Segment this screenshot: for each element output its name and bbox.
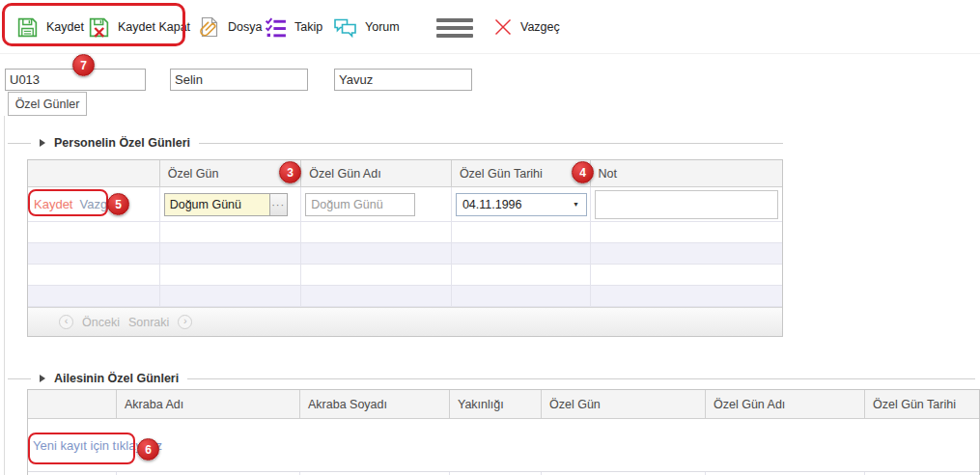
annotation-badge-6: 6 (137, 438, 159, 461)
edit-row-ozel-gun-adi-cell (301, 187, 452, 222)
header-cell-akraba-soyadi: Akraba Soyadı (300, 390, 450, 418)
edit-row-commands-cell: Kaydet Vazgeç (28, 187, 160, 222)
last-name-input[interactable] (334, 69, 472, 91)
section-title-personel: Personelin Özel Günleri (54, 136, 190, 150)
section-arrow-icon[interactable] (40, 139, 45, 147)
annotation-badge-3: 3 (279, 161, 301, 183)
header-cell-commands (28, 160, 160, 186)
section-rule (199, 143, 783, 144)
file-button[interactable]: Dosya (198, 13, 262, 42)
section-rule (187, 378, 975, 379)
personel-table: Özel Gün Özel Gün Adı Özel Gün Tarihi No… (27, 159, 783, 337)
file-button-label: Dosya (228, 20, 262, 34)
ozel-gun-lookup-ellipsis-button[interactable]: ··· (270, 193, 288, 216)
ozel-gun-lookup: ··· (164, 193, 288, 216)
ozel-gun-adi-input[interactable] (305, 193, 415, 216)
chat-bubbles-icon (332, 15, 358, 39)
header-cell-ozel-gun: Özel Gün (542, 390, 706, 418)
edit-row-not-cell (591, 187, 782, 222)
pager: ‹ Önceki Sonraki › (28, 307, 782, 336)
section-title-aile: Ailesinin Özel Günleri (54, 372, 179, 385)
empty-row (28, 222, 782, 243)
not-input[interactable] (595, 190, 778, 219)
edit-row: Kaydet Vazgeç ··· 04.11.1996 ▼ (28, 187, 782, 222)
save-button-label: Kaydet (46, 20, 84, 34)
empty-row (28, 265, 782, 286)
aile-table-header: Akraba Adı Akraba Soyadı Yakınlığı Özel … (28, 390, 979, 419)
cancel-button-label: Vazgeç (520, 20, 560, 34)
menu-icon[interactable] (436, 18, 473, 38)
section-arrow-icon[interactable] (40, 375, 45, 382)
cancel-button[interactable]: Vazgeç (492, 13, 560, 42)
header-cell-commands (28, 390, 117, 418)
date-dropdown[interactable]: 04.11.1996 ▼ (456, 193, 587, 216)
pager-next-icon[interactable]: › (178, 315, 192, 329)
section-header-personel: Personelin Özel Günleri (8, 136, 783, 150)
new-record-row: Yeni kayıt için tıklayınız (28, 419, 979, 472)
first-name-input[interactable] (170, 69, 308, 91)
date-dropdown-value: 04.11.1996 (462, 198, 522, 211)
header-cell-akraba-adi: Akraba Adı (117, 390, 300, 418)
pager-prev-label[interactable]: Önceki (82, 316, 120, 329)
comment-button[interactable]: Yorum (332, 13, 400, 42)
save-icon (15, 15, 40, 40)
header-cell-not: Not (591, 160, 782, 186)
checklist-icon (264, 15, 288, 40)
empty-row (28, 286, 782, 307)
save-close-icon (87, 15, 111, 40)
file-paperclip-icon (198, 15, 221, 39)
edit-row-tarihi-cell: 04.11.1996 ▼ (452, 187, 591, 222)
toolbar: Kaydet Kaydet Kapat Dosya (0, 0, 980, 54)
follow-button[interactable]: Takip (264, 13, 322, 42)
follow-button-label: Takip (294, 20, 322, 34)
cancel-x-icon (492, 16, 514, 38)
comment-button-label: Yorum (365, 20, 400, 34)
empty-row (28, 243, 782, 265)
save-close-button-label: Kaydet Kapat (118, 20, 190, 34)
annotation-badge-4: 4 (572, 161, 594, 183)
annotation-badge-5: 5 (107, 193, 129, 215)
pager-next-label[interactable]: Sonraki (128, 316, 169, 329)
dropdown-caret-icon: ▼ (573, 201, 579, 208)
header-cell-ozel-gun-adi: Özel Gün Adı (706, 390, 865, 418)
personel-table-header: Özel Gün Özel Gün Adı Özel Gün Tarihi No… (28, 160, 782, 187)
aile-table: Akraba Adı Akraba Soyadı Yakınlığı Özel … (27, 389, 980, 475)
edit-row-ozel-gun-cell: ··· (160, 187, 302, 222)
header-cell-yakinligi: Yakınlığı (450, 390, 542, 418)
pager-prev-icon[interactable]: ‹ (59, 315, 73, 329)
panel-left-border (4, 116, 5, 475)
header-cell-ozel-gun-adi: Özel Gün Adı (301, 160, 452, 186)
save-close-button[interactable]: Kaydet Kapat (87, 13, 190, 42)
save-button[interactable]: Kaydet (15, 13, 84, 42)
tab-ozel-gunler[interactable]: Özel Günler (8, 92, 87, 116)
annotation-badge-7: 7 (72, 54, 95, 76)
header-cell-ozel-gun-tarihi: Özel Gün Tarihi (865, 390, 979, 418)
section-dash (8, 143, 31, 144)
ozel-gun-lookup-input[interactable] (164, 193, 270, 216)
row-save-link[interactable]: Kaydet (34, 197, 72, 211)
section-dash (8, 378, 31, 379)
header-cell-ozel-gun-tarihi: Özel Gün Tarihi (452, 160, 591, 186)
section-header-aile: Ailesinin Özel Günleri (8, 372, 975, 385)
